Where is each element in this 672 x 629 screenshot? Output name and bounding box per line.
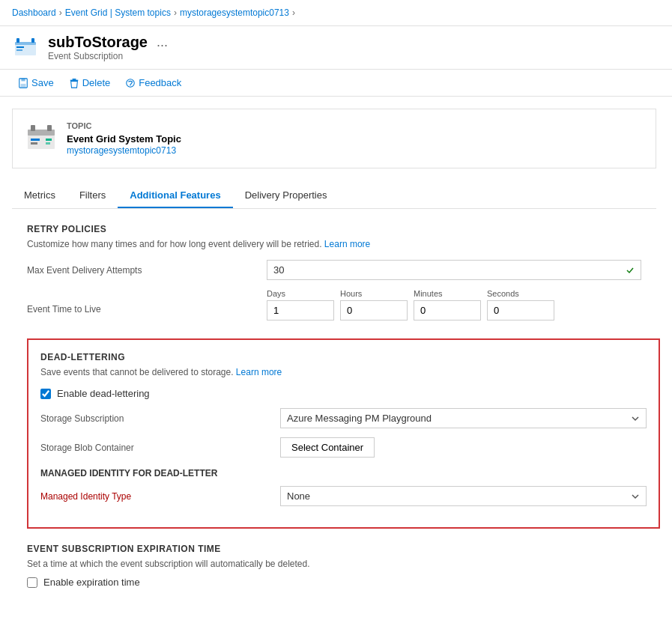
expiration-title: EVENT SUBSCRIPTION EXPIRATION TIME	[27, 544, 641, 554]
enable-expiration-label[interactable]: Enable expiration time	[43, 577, 140, 588]
retry-policies-desc: Customize how many times and for how lon…	[27, 239, 641, 249]
ttl-label: Event Time to Live	[27, 289, 267, 314]
feedback-button[interactable]: Feedback	[119, 74, 187, 91]
page-title: subToStorage	[48, 34, 148, 51]
enable-expiration-row: Enable expiration time	[27, 577, 641, 588]
checkmark-icon	[626, 266, 635, 275]
storage-subscription-value: Azure Messaging PM Playground	[287, 413, 432, 424]
svg-rect-19	[46, 142, 50, 145]
managed-identity-type-value: None	[287, 490, 310, 502]
breadcrumb: Dashboard › Event Grid | System topics ›…	[0, 0, 672, 26]
ttl-hours-group: Hours	[340, 289, 408, 320]
managed-identity-type-row: Managed Identity Type None	[40, 486, 647, 506]
max-attempts-value: 30	[273, 264, 284, 276]
ttl-days-label: Days	[267, 289, 334, 298]
enable-dead-letter-label[interactable]: Enable dead-lettering	[57, 388, 150, 399]
svg-rect-14	[31, 139, 40, 141]
tabs-nav: Metrics Filters Additional Features Deli…	[12, 183, 656, 209]
max-attempts-control: 30	[267, 260, 641, 280]
storage-subscription-label: Storage Subscription	[40, 413, 280, 424]
chevron-down-icon-2	[631, 492, 640, 501]
ttl-days-input[interactable]	[267, 300, 334, 320]
breadcrumb-sep2: ›	[174, 7, 177, 18]
svg-rect-3	[16, 49, 22, 51]
storage-blob-container-row: Storage Blob Container Select Container	[40, 437, 647, 458]
managed-identity-type-control: None	[280, 486, 647, 506]
more-options-icon[interactable]: ...	[157, 34, 168, 50]
dead-lettering-title: DEAD-LETTERING	[40, 352, 647, 362]
save-button[interactable]: Save	[12, 74, 60, 91]
topic-info: TOPIC Event Grid System Topic mystorages…	[67, 121, 181, 156]
delete-icon	[69, 78, 79, 88]
max-attempts-label: Max Event Delivery Attempts	[27, 265, 267, 276]
ttl-seconds-input[interactable]	[487, 300, 554, 320]
content-area: TOPIC Event Grid System Topic mystorages…	[0, 97, 672, 609]
breadcrumb-sep3: ›	[292, 7, 295, 18]
svg-rect-7	[21, 78, 25, 81]
retry-policies-title: RETRY POLICIES	[27, 224, 641, 234]
retry-learn-more-link[interactable]: Learn more	[324, 239, 370, 249]
ttl-hours-label: Hours	[340, 289, 408, 298]
svg-rect-4	[16, 38, 19, 43]
retry-policies-section: RETRY POLICIES Customize how many times …	[12, 224, 656, 320]
managed-identity-title: MANAGED IDENTITY FOR DEAD-LETTER	[40, 468, 647, 478]
svg-rect-2	[16, 46, 24, 48]
expiration-desc: Set a time at which the event subscripti…	[27, 559, 641, 569]
max-attempts-row: Max Event Delivery Attempts 30	[27, 260, 641, 280]
tab-metrics[interactable]: Metrics	[12, 183, 67, 208]
max-attempts-select[interactable]: 30	[267, 260, 641, 280]
topic-label: TOPIC	[67, 121, 181, 130]
topic-name: Event Grid System Topic	[67, 133, 181, 145]
ttl-minutes-input[interactable]	[414, 300, 481, 320]
delete-button[interactable]: Delete	[63, 74, 117, 91]
storage-subscription-select[interactable]: Azure Messaging PM Playground	[280, 408, 647, 428]
storage-blob-container-label: Storage Blob Container	[40, 443, 280, 453]
managed-identity-type-select[interactable]: None	[280, 486, 647, 506]
ttl-days-group: Days	[267, 289, 334, 320]
save-icon	[18, 78, 28, 88]
svg-point-11	[127, 79, 135, 87]
svg-rect-16	[31, 125, 35, 131]
svg-rect-15	[31, 142, 37, 145]
tab-delivery-properties[interactable]: Delivery Properties	[233, 183, 339, 208]
page-subtitle: Event Subscription	[48, 51, 168, 61]
storage-subscription-row: Storage Subscription Azure Messaging PM …	[40, 408, 647, 428]
enable-dead-letter-checkbox[interactable]	[40, 389, 51, 399]
topic-icon	[25, 122, 58, 155]
storage-subscription-control: Azure Messaging PM Playground	[280, 408, 647, 428]
topic-card: TOPIC Event Grid System Topic mystorages…	[12, 109, 656, 168]
select-container-button[interactable]: Select Container	[280, 437, 375, 458]
ttl-minutes-label: Minutes	[414, 289, 481, 298]
page-title-block: subToStorage ... Event Subscription	[48, 34, 168, 61]
svg-rect-9	[72, 78, 76, 79]
breadcrumb-systemtopics[interactable]: Event Grid | System topics	[65, 7, 171, 18]
dead-lettering-desc: Save events that cannot be delivered to …	[40, 367, 647, 377]
breadcrumb-dashboard[interactable]: Dashboard	[12, 7, 56, 18]
enable-dead-letter-row: Enable dead-lettering	[40, 388, 647, 399]
ttl-hours-input[interactable]	[340, 300, 408, 320]
svg-rect-8	[21, 83, 26, 86]
ttl-row: Event Time to Live Days Hours Minutes Se…	[27, 289, 641, 320]
breadcrumb-topic[interactable]: mystoragesystemtopic0713	[180, 7, 289, 18]
tab-additional-features[interactable]: Additional Features	[118, 183, 232, 208]
storage-blob-container-control: Select Container	[280, 437, 647, 458]
feedback-icon	[125, 78, 136, 88]
svg-rect-10	[70, 79, 78, 80]
managed-identity-type-label: Managed Identity Type	[40, 491, 280, 502]
svg-rect-5	[31, 38, 34, 43]
ttl-seconds-group: Seconds	[487, 289, 554, 320]
svg-rect-17	[47, 125, 52, 131]
page-icon	[12, 34, 39, 61]
chevron-down-icon	[631, 414, 640, 423]
dead-lettering-section: DEAD-LETTERING Save events that cannot b…	[27, 338, 660, 529]
ttl-minutes-group: Minutes	[414, 289, 481, 320]
toolbar: Save Delete Feedback	[0, 70, 672, 97]
enable-expiration-checkbox[interactable]	[27, 577, 37, 588]
breadcrumb-sep1: ›	[59, 7, 62, 18]
page-header: subToStorage ... Event Subscription	[0, 26, 672, 70]
ttl-seconds-label: Seconds	[487, 289, 554, 298]
tab-filters[interactable]: Filters	[67, 183, 118, 208]
dead-letter-learn-more-link[interactable]: Learn more	[236, 367, 282, 377]
topic-link[interactable]: mystoragesystemtopic0713	[67, 145, 176, 156]
svg-rect-18	[46, 139, 52, 141]
